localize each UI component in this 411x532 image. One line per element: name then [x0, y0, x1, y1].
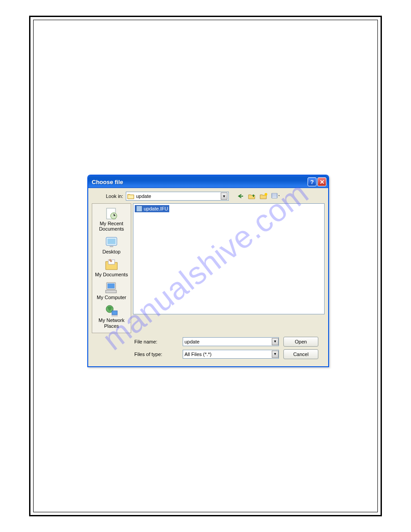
cancel-button[interactable]: Cancel [283, 349, 318, 359]
back-button[interactable] [236, 192, 245, 201]
place-my-documents[interactable]: My Documents [94, 257, 129, 279]
up-folder-icon [248, 193, 256, 200]
file-item-selected[interactable]: update.IFU [135, 205, 169, 212]
place-label: Desktop [103, 249, 120, 254]
network-places-icon [104, 304, 119, 317]
lookin-row: Look in: update ▼ [92, 192, 325, 201]
svg-rect-8 [110, 246, 113, 247]
my-documents-icon [104, 258, 119, 271]
filetype-row: Files of type: ▼ Cancel [92, 349, 325, 359]
folder-icon [127, 193, 134, 199]
help-icon: ? [310, 179, 314, 185]
svg-rect-11 [107, 283, 115, 288]
place-label: My Recent Documents [99, 221, 124, 232]
back-arrow-icon [237, 193, 244, 199]
filetype-input[interactable] [183, 350, 272, 358]
filename-input[interactable] [183, 338, 272, 346]
filetype-combo[interactable]: ▼ [183, 350, 279, 359]
recent-documents-icon [104, 207, 119, 220]
dialog-body: Look in: update ▼ [88, 188, 328, 366]
bottom-rows: File name: ▼ Open Files of type: ▼ Cance… [92, 337, 325, 359]
place-network-places[interactable]: My Network Places [94, 302, 129, 330]
svg-point-0 [265, 193, 267, 196]
svg-rect-7 [107, 239, 116, 244]
file-list-area[interactable]: update.IFU [133, 203, 325, 314]
new-folder-icon [260, 193, 268, 200]
filename-dropdown-arrow[interactable]: ▼ [272, 338, 278, 345]
file-name: update.IFU [144, 206, 168, 211]
place-label: My Documents [95, 272, 128, 277]
my-computer-icon [104, 281, 119, 294]
filename-row: File name: ▼ Open [92, 337, 325, 347]
close-icon: ✕ [320, 179, 325, 185]
close-button[interactable]: ✕ [317, 177, 326, 186]
view-icon [271, 193, 279, 199]
desktop-icon [104, 235, 119, 249]
dialog-title: Choose file [92, 179, 307, 185]
place-my-computer[interactable]: My Computer [94, 279, 129, 302]
choose-file-dialog: Choose file ? ✕ Look in: update ▼ [87, 175, 329, 367]
nav-toolbar [236, 192, 280, 201]
place-label: My Computer [97, 295, 126, 300]
filetype-dropdown-arrow[interactable]: ▼ [272, 351, 278, 358]
lookin-dropdown[interactable]: update ▼ [126, 192, 229, 201]
lookin-dropdown-arrow[interactable]: ▼ [221, 193, 227, 200]
view-menu-button[interactable] [271, 192, 280, 201]
svg-rect-12 [106, 290, 116, 293]
place-label: My Network Places [98, 317, 124, 328]
title-bar[interactable]: Choose file ? ✕ [88, 176, 328, 188]
places-bar: My Recent Documents Desktop My Documents… [92, 203, 131, 333]
new-folder-button[interactable] [259, 192, 268, 201]
svg-rect-1 [272, 193, 277, 198]
svg-rect-14 [112, 311, 117, 315]
filename-label: File name: [134, 339, 178, 344]
lookin-value: update [136, 193, 221, 199]
middle-area: My Recent Documents Desktop My Documents… [92, 203, 325, 333]
svg-rect-15 [111, 315, 118, 317]
filename-combo[interactable]: ▼ [183, 337, 279, 346]
help-button[interactable]: ? [308, 177, 317, 186]
open-button[interactable]: Open [283, 337, 318, 347]
place-desktop[interactable]: Desktop [94, 234, 129, 257]
file-icon [136, 206, 142, 212]
lookin-label: Look in: [92, 193, 123, 199]
up-one-level-button[interactable] [248, 192, 257, 201]
filetype-label: Files of type: [134, 352, 178, 357]
place-recent-documents[interactable]: My Recent Documents [94, 206, 129, 234]
